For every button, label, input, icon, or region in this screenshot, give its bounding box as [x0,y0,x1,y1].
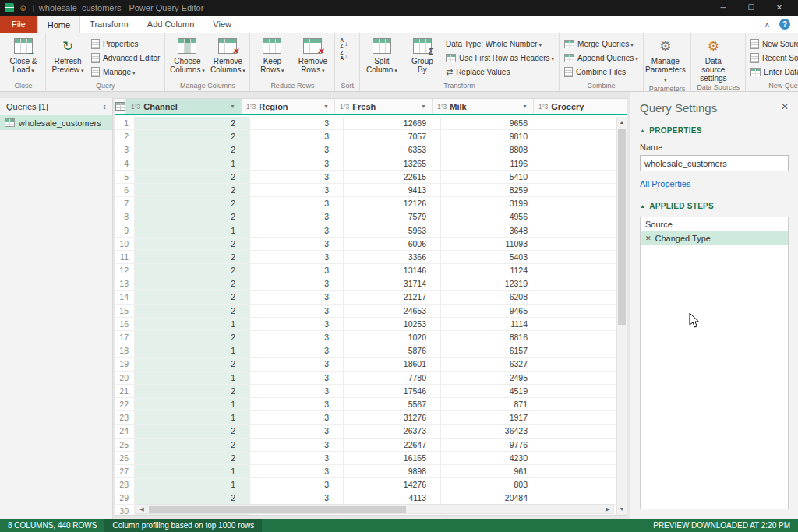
cell-grocery[interactable] [542,358,616,370]
cell-region[interactable]: 3 [250,385,344,397]
cell-channel[interactable]: 1 [135,372,250,384]
row-number[interactable]: 7 [115,197,135,210]
cell-region[interactable]: 3 [250,452,344,464]
cell-fresh[interactable]: 12126 [344,197,441,210]
row-number[interactable]: 29 [115,491,135,504]
cell-milk[interactable]: 3648 [441,224,542,237]
cell-channel[interactable]: 2 [135,491,250,504]
cell-channel[interactable]: 1 [135,398,250,410]
cell-milk[interactable]: 36423 [441,425,542,437]
vertical-scrollbar[interactable]: ▲ ▼ [616,117,627,515]
row-number[interactable]: 17 [115,331,135,344]
cell-grocery[interactable] [542,398,616,410]
row-number[interactable]: 23 [115,411,135,424]
cell-grocery[interactable] [542,184,616,196]
row-number[interactable]: 26 [115,452,135,464]
ribbon-tab[interactable]: Add Column [138,16,204,33]
cell-channel[interactable]: 1 [135,157,250,170]
cell-milk[interactable]: 20484 [441,491,542,504]
cell-fresh[interactable]: 14276 [344,478,441,491]
cell-region[interactable]: 3 [250,197,344,210]
replace-values-button[interactable]: ⇄ Replace Values [443,65,556,79]
row-number[interactable]: 16 [115,318,135,330]
cell-milk[interactable]: 1196 [441,157,542,170]
cell-grocery[interactable] [542,439,616,451]
row-number[interactable]: 19 [115,358,135,370]
advanced-editor-button[interactable]: Advanced Editor [89,51,162,65]
remove-rows-button[interactable]: ✕ Remove Rows [293,34,332,81]
cell-channel[interactable]: 1 [135,478,250,491]
cell-region[interactable]: 3 [250,143,344,156]
row-number[interactable]: 4 [115,157,135,170]
cell-fresh[interactable]: 6353 [344,143,441,156]
cell-channel[interactable]: 1 [135,224,250,237]
cell-region[interactable]: 3 [250,264,344,277]
cell-milk[interactable]: 6327 [441,358,542,370]
query-list-item[interactable]: wholesale_customers [0,115,112,130]
cell-milk[interactable]: 8808 [441,143,542,156]
cell-fresh[interactable]: 12669 [344,117,441,129]
horizontal-scrollbar-thumb[interactable] [149,506,406,513]
minimize-button[interactable]: ─ [709,0,737,16]
maximize-button[interactable]: ☐ [737,0,765,16]
ribbon-tab[interactable]: Transform [80,16,138,33]
applied-step[interactable]: ✕ Changed Type [641,231,788,245]
cell-milk[interactable]: 9776 [441,439,542,451]
applied-step[interactable]: ✕ Source [641,217,788,231]
cell-channel[interactable]: 2 [135,117,250,129]
cell-channel[interactable]: 2 [135,305,250,317]
cell-fresh[interactable]: 24653 [344,305,441,317]
cell-region[interactable]: 3 [250,291,344,303]
cell-milk[interactable]: 5410 [441,171,542,183]
cell-region[interactable]: 3 [250,251,344,263]
cell-grocery[interactable] [542,117,616,129]
cell-region[interactable]: 3 [250,277,344,290]
feedback-smiley-icon[interactable]: ☺ [19,4,27,12]
cell-grocery[interactable] [542,291,616,303]
cell-fresh[interactable]: 9898 [344,465,441,477]
row-number[interactable]: 1 [115,117,135,129]
cell-milk[interactable]: 1124 [441,264,542,277]
cell-grocery[interactable] [542,425,616,437]
row-number[interactable]: 2 [115,130,135,143]
cell-fresh[interactable]: 5567 [344,398,441,410]
row-number[interactable]: 30 [115,505,135,515]
cell-milk[interactable]: 803 [441,478,542,491]
cell-channel[interactable]: 2 [135,251,250,263]
cell-channel[interactable]: 2 [135,171,250,183]
row-number[interactable]: 14 [115,291,135,303]
cell-milk[interactable]: 9656 [441,117,542,129]
cell-region[interactable]: 3 [250,465,344,477]
append-queries-button[interactable]: Append Queries [562,51,641,65]
row-number[interactable]: 11 [115,251,135,263]
cell-grocery[interactable] [542,130,616,143]
cell-channel[interactable]: 2 [135,130,250,143]
recent-sources-button[interactable]: Recent Sources [748,51,798,65]
cell-fresh[interactable]: 10253 [344,318,441,330]
properties-section-header[interactable]: ▲ PROPERTIES [640,126,789,135]
profiling-status[interactable]: Column profiling based on top 1000 rows [104,519,262,532]
close-button[interactable]: ✕ [765,0,793,16]
row-number[interactable]: 12 [115,264,135,277]
all-properties-link[interactable]: All Properties [640,179,690,188]
row-number[interactable]: 27 [115,465,135,477]
cell-region[interactable]: 3 [250,344,344,357]
horizontal-scrollbar[interactable]: ◀ ▶ [136,504,614,514]
cell-channel[interactable]: 2 [135,210,250,223]
cell-milk[interactable]: 9465 [441,305,542,317]
cell-region[interactable]: 3 [250,171,344,183]
cell-grocery[interactable] [542,251,616,263]
remove-columns-button[interactable]: ✕ Remove Columns [208,34,247,81]
cell-grocery[interactable] [542,465,616,477]
file-tab[interactable]: File [0,16,37,33]
cell-fresh[interactable]: 4113 [344,491,441,504]
column-header-region[interactable]: 1²3 Region ▼ [242,99,335,114]
cell-channel[interactable]: 2 [135,385,250,397]
cell-grocery[interactable] [542,344,616,357]
cell-region[interactable]: 3 [250,318,344,330]
cell-fresh[interactable]: 16165 [344,452,441,464]
close-and-load-button[interactable]: → Close & Load [4,34,43,81]
cell-channel[interactable]: 2 [135,197,250,210]
enter-data-button[interactable]: Enter Data [748,65,798,79]
cell-grocery[interactable] [542,210,616,223]
